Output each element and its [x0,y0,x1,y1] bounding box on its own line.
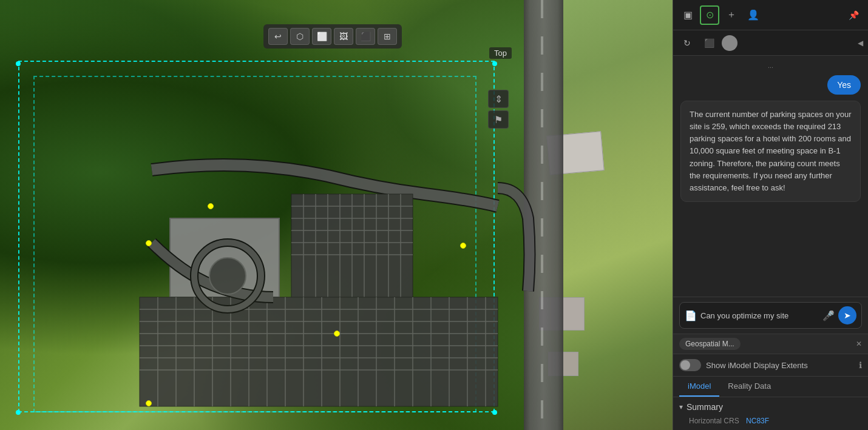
send-btn[interactable]: ➤ [838,306,856,324]
summary-header[interactable]: ▾ Summary [679,397,862,414]
map-background: Top [0,0,673,430]
geospatial-tab-chip[interactable]: Geospatial M... [679,338,741,350]
right-panel: ▣ ⊙ ＋ 👤 📌 ↻ ⬛ ◀ ... Yes The current numb… [673,0,868,430]
toggle-label: Show iModel Display Extents [706,361,854,370]
undo-btn[interactable]: ↩ [268,28,288,45]
marker-2 [146,240,152,246]
flag-btn[interactable]: ⚑ [488,110,509,129]
map-toolbar: ↩ ⬡ ⬜ 🖼 ⬛ ⊞ [263,24,402,49]
site-boundary-inner [33,76,476,412]
chat-input[interactable] [700,311,819,320]
summary-crs-row: Horizontal CRS NC83F [689,417,862,425]
panel-toolbar: ▣ ⊙ ＋ 👤 📌 [673,0,868,30]
image-btn[interactable]: 🖼 [334,28,353,45]
chat-input-row: 📄 🎤 ➤ [679,302,862,329]
view-label: Top [489,47,512,59]
square-btn[interactable]: ⬛ [356,28,375,45]
save-btn[interactable]: ⬛ [700,35,718,52]
bottom-panel: Geospatial M... ✕ Show iModel Display Ex… [673,334,868,430]
summary-crs-label: Horizontal CRS [689,417,739,425]
chat-context-faded: ... [680,62,861,69]
marker-3 [460,243,466,249]
ai-message: The current number of parking spaces on … [680,101,861,202]
chat-area[interactable]: ... Yes The current number of parking sp… [673,56,868,297]
summary-section: ▾ Summary Horizontal CRS NC83F [673,397,868,430]
geo-tab-close[interactable]: ✕ [856,340,862,348]
doc-icon: 📄 [685,310,697,321]
circle-btn[interactable] [722,35,737,51]
user-message-container: Yes [680,75,861,95]
chat-input-area: 📄 🎤 ➤ [673,297,868,334]
data-tabs-row: iModel Reality Data [673,377,868,397]
display-extents-toggle[interactable] [679,359,701,371]
marker-5 [146,400,152,406]
mic-icon[interactable]: 🎤 [822,310,835,321]
summary-chevron: ▾ [679,403,683,411]
pan-btn[interactable]: ⇕ [488,90,509,108]
target-btn[interactable]: ⊙ [700,5,719,25]
toggle-row: Show iModel Display Extents ℹ [673,354,868,377]
summary-content: Horizontal CRS NC83F [679,414,862,430]
tab-reality-data[interactable]: Reality Data [719,377,779,397]
panel-extra: ◀ [741,39,863,47]
geo-tab-row: Geospatial M... ✕ [673,334,868,354]
window-btn[interactable]: ▣ [678,5,697,25]
grid-btn[interactable]: ⊞ [378,28,397,45]
tab-imodel[interactable]: iModel [679,377,719,397]
map-side-controls: ⇕ ⚑ [488,90,509,129]
map-area[interactable]: Top [0,0,673,430]
polygon-btn[interactable]: ⬡ [290,28,310,45]
road-strip [524,0,563,430]
add-btn[interactable]: ＋ [722,5,741,25]
panel-toolbar-2: ↻ ⬛ ◀ [673,30,868,56]
user-btn[interactable]: 👤 [744,5,763,25]
summary-crs-value: NC83F [746,417,769,425]
info-icon[interactable]: ℹ [859,360,862,370]
marker-4 [334,331,340,337]
marker-1 [208,203,214,209]
refresh-btn[interactable]: ↻ [678,35,696,52]
rectangle-btn[interactable]: ⬜ [312,28,331,45]
user-message: Yes [827,75,861,95]
summary-crs-separator [742,417,744,425]
summary-title: Summary [687,402,723,412]
pin-btn[interactable]: 📌 [844,5,863,25]
